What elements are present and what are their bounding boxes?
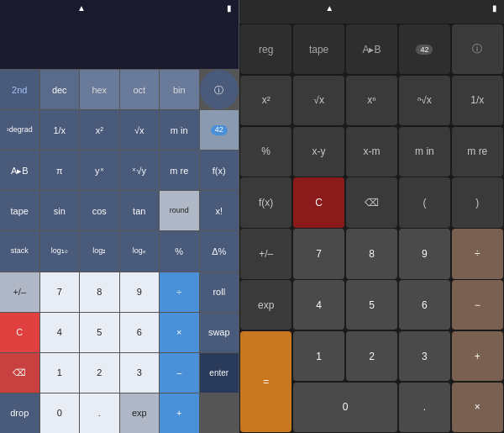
right-btn-22[interactable]: 8 xyxy=(346,229,397,278)
right-btn-33[interactable]: 3 xyxy=(399,331,450,381)
right-btn-18[interactable]: ( xyxy=(399,177,450,227)
left-btn-41[interactable]: swap xyxy=(200,313,239,352)
left-wifi-icon: ▲ xyxy=(77,3,86,13)
left-btn-40[interactable]: × xyxy=(160,313,199,352)
left-btn-37[interactable]: 4 xyxy=(40,313,80,352)
right-btn-15[interactable]: f(x) xyxy=(240,177,291,227)
left-btn-32[interactable]: 8 xyxy=(80,272,119,312)
right-btn-17[interactable]: ⌫ xyxy=(346,177,397,227)
left-button-grid: 2nddechexoctbinⓘ›degrad1/xx²√xm in42A▸Bπ… xyxy=(0,69,239,433)
left-btn-1[interactable]: dec xyxy=(40,70,80,109)
right-btn-8[interactable]: ⁿ√x xyxy=(399,76,450,125)
left-btn-23[interactable]: x! xyxy=(200,191,239,230)
left-btn-5[interactable]: ⓘ xyxy=(200,70,239,109)
right-btn-13[interactable]: m in xyxy=(399,127,450,177)
left-btn-28[interactable]: % xyxy=(160,231,199,271)
left-btn-7[interactable]: 1/x xyxy=(40,110,80,150)
left-battery: ▮ xyxy=(227,3,232,13)
left-btn-44[interactable]: 2 xyxy=(80,353,119,393)
right-btn-16[interactable]: C xyxy=(293,177,344,227)
left-btn-33[interactable]: 9 xyxy=(120,272,160,312)
left-btn-17[interactable]: f(x) xyxy=(200,150,239,190)
left-history-liney xyxy=(3,42,232,54)
right-wifi-icon: ▲ xyxy=(325,3,333,13)
left-btn-8[interactable]: x² xyxy=(80,110,119,150)
right-btn-11[interactable]: x-y xyxy=(293,127,344,177)
left-btn-34[interactable]: ÷ xyxy=(160,272,199,312)
left-btn-24[interactable]: stack xyxy=(0,231,39,271)
right-btn-29[interactable]: − xyxy=(452,280,503,330)
left-btn-26[interactable]: log₂ xyxy=(80,231,119,271)
right-btn-34[interactable]: + xyxy=(452,331,503,381)
left-btn-4[interactable]: bin xyxy=(160,70,199,109)
left-btn-15[interactable]: ˣ√y xyxy=(120,150,160,190)
right-btn-30[interactable]: = xyxy=(240,331,291,432)
left-btn-45[interactable]: 3 xyxy=(120,353,160,393)
left-btn-2[interactable]: hex xyxy=(80,70,119,109)
left-btn-29[interactable]: Δ% xyxy=(200,231,239,271)
left-btn-25[interactable]: log₁₀ xyxy=(40,231,80,271)
left-btn-50[interactable]: . xyxy=(80,393,119,433)
left-btn-48[interactable]: drop xyxy=(0,393,39,433)
right-btn-20[interactable]: +/– xyxy=(240,229,291,278)
right-btn-28[interactable]: 6 xyxy=(399,280,450,330)
right-btn-32[interactable]: 2 xyxy=(346,331,397,381)
left-status-bar: ▲ ▮ xyxy=(0,0,239,15)
left-btn-3[interactable]: oct xyxy=(120,70,160,109)
left-btn-20[interactable]: cos xyxy=(80,191,119,230)
right-btn-10[interactable]: % xyxy=(240,127,291,177)
left-btn-11[interactable]: 42 xyxy=(200,110,239,150)
left-btn-21[interactable]: tan xyxy=(120,191,160,230)
right-btn-23[interactable]: 9 xyxy=(399,229,450,278)
left-btn-10[interactable]: m in xyxy=(160,110,199,150)
right-battery: ▮ xyxy=(492,3,497,13)
left-btn-47[interactable]: enter xyxy=(200,353,239,393)
left-btn-13[interactable]: π xyxy=(40,150,80,190)
right-btn-36[interactable]: . xyxy=(399,383,450,432)
left-calculator: ▲ ▮ 2nddechexoctbinⓘ›degrad1/xx²√xm in42… xyxy=(0,0,239,433)
left-btn-0[interactable]: 2nd xyxy=(0,70,39,109)
right-btn-7[interactable]: xⁿ xyxy=(346,76,397,125)
left-btn-12[interactable]: A▸B xyxy=(0,150,39,190)
right-btn-12[interactable]: x-m xyxy=(346,127,397,177)
right-btn-2[interactable]: A▸B xyxy=(346,24,397,74)
left-btn-38[interactable]: 5 xyxy=(80,313,119,352)
right-btn-25[interactable]: exp xyxy=(240,280,291,330)
left-btn-52[interactable]: + xyxy=(160,393,199,433)
right-btn-0[interactable]: reg xyxy=(240,24,291,74)
right-btn-21[interactable]: 7 xyxy=(293,229,344,278)
left-btn-51[interactable]: exp xyxy=(120,393,160,433)
left-btn-42[interactable]: ⌫ xyxy=(0,353,39,393)
right-btn-31[interactable]: 1 xyxy=(293,331,344,381)
right-btn-3[interactable]: 42 xyxy=(399,24,450,74)
left-btn-49[interactable]: 0 xyxy=(40,393,80,433)
right-btn-4[interactable]: ⓘ xyxy=(452,24,503,74)
left-btn-9[interactable]: √x xyxy=(120,110,160,150)
left-btn-39[interactable]: 6 xyxy=(120,313,160,352)
right-btn-24[interactable]: ÷ xyxy=(452,229,503,278)
right-btn-6[interactable]: √x xyxy=(293,76,344,125)
left-btn-27[interactable]: logₑ xyxy=(120,231,160,271)
right-btn-37[interactable]: × xyxy=(452,383,503,432)
left-btn-35[interactable]: roll xyxy=(200,272,239,312)
left-btn-19[interactable]: sin xyxy=(40,191,80,230)
right-btn-26[interactable]: 4 xyxy=(293,280,344,330)
left-btn-6[interactable]: ›degrad xyxy=(0,110,39,150)
right-btn-27[interactable]: 5 xyxy=(346,280,397,330)
right-btn-35[interactable]: 0 xyxy=(293,383,397,432)
left-btn-31[interactable]: 7 xyxy=(40,272,80,312)
right-btn-5[interactable]: x² xyxy=(240,76,291,125)
left-btn-16[interactable]: m re xyxy=(160,150,199,190)
right-btn-1[interactable]: tape xyxy=(293,24,344,74)
right-btn-9[interactable]: 1/x xyxy=(452,76,503,125)
right-btn-14[interactable]: m re xyxy=(452,127,503,177)
left-btn-14[interactable]: yˣ xyxy=(80,150,119,190)
left-btn-18[interactable]: tape xyxy=(0,191,39,230)
left-btn-30[interactable]: +/– xyxy=(0,272,39,312)
right-btn-19[interactable]: ) xyxy=(452,177,503,227)
left-history-line1 xyxy=(3,30,232,42)
left-btn-43[interactable]: 1 xyxy=(40,353,80,393)
left-btn-36[interactable]: C xyxy=(0,313,39,352)
left-btn-46[interactable]: – xyxy=(160,353,199,393)
left-btn-22[interactable]: round xyxy=(160,191,199,230)
